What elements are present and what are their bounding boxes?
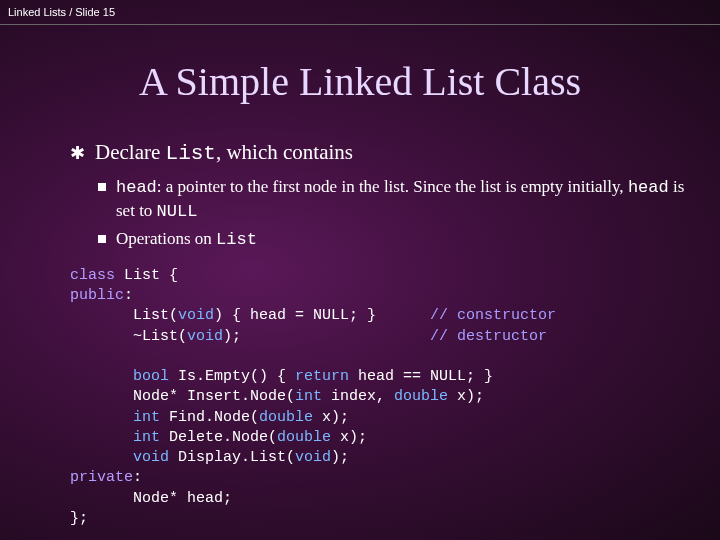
t: ) { head = NULL; }	[214, 307, 430, 324]
comment: // constructor	[430, 307, 556, 324]
code-inline: head	[116, 178, 157, 197]
t: x);	[313, 409, 349, 426]
comment: // destructor	[430, 328, 547, 345]
slide-body: ✱ Declare List, which contains head: a p…	[70, 140, 690, 529]
text: Operations on	[116, 229, 216, 248]
t: List(	[70, 307, 178, 324]
t: x);	[331, 429, 367, 446]
t: List {	[115, 267, 178, 284]
square-icon	[98, 235, 106, 243]
t: Node* Insert.Node(	[70, 388, 295, 405]
t: :	[133, 469, 142, 486]
bullet-level2: head: a pointer to the first node in the…	[98, 176, 690, 224]
kw: double	[394, 388, 448, 405]
bullet-level1: ✱ Declare List, which contains	[70, 140, 690, 166]
t: Is.Empty() {	[169, 368, 295, 385]
text: : a pointer to the first node in the lis…	[157, 177, 628, 196]
t: );	[223, 328, 430, 345]
kw: void	[187, 328, 223, 345]
t: );	[331, 449, 349, 466]
code-inline: List	[166, 142, 216, 165]
code-block: class List { public: List(void) { head =…	[70, 266, 690, 529]
t: head == NULL; }	[349, 368, 493, 385]
slide-header: Linked Lists / Slide 15	[8, 6, 115, 18]
kw: void	[178, 307, 214, 324]
t	[70, 409, 133, 426]
text: , which contains	[216, 140, 353, 164]
kw: int	[133, 409, 160, 426]
kw: private	[70, 469, 133, 486]
bullet-text: head: a pointer to the first node in the…	[116, 176, 690, 224]
code-inline: List	[216, 230, 257, 249]
t	[70, 449, 133, 466]
kw: return	[295, 368, 349, 385]
divider	[0, 24, 720, 25]
t: index,	[322, 388, 394, 405]
t: Delete.Node(	[160, 429, 277, 446]
t: };	[70, 510, 88, 527]
t: x);	[448, 388, 484, 405]
t: ~List(	[70, 328, 187, 345]
t: Display.List(	[169, 449, 295, 466]
bullet-text: Declare List, which contains	[95, 140, 353, 165]
kw: bool	[133, 368, 169, 385]
t: Find.Node(	[160, 409, 259, 426]
t: Node* head;	[70, 490, 232, 507]
kw: public	[70, 287, 124, 304]
kw: void	[295, 449, 331, 466]
text: Declare	[95, 140, 166, 164]
code-inline: head	[628, 178, 669, 197]
t: :	[124, 287, 133, 304]
t	[70, 429, 133, 446]
kw: class	[70, 267, 115, 284]
bullet-level2: Operations on List	[98, 228, 690, 252]
kw: int	[295, 388, 322, 405]
kw: int	[133, 429, 160, 446]
kw: double	[259, 409, 313, 426]
bullet-text: Operations on List	[116, 228, 257, 252]
slide-title: A Simple Linked List Class	[0, 58, 720, 105]
kw: void	[133, 449, 169, 466]
star-icon: ✱	[70, 140, 85, 166]
code-inline: NULL	[157, 202, 198, 221]
square-icon	[98, 183, 106, 191]
kw: double	[277, 429, 331, 446]
t	[70, 368, 133, 385]
